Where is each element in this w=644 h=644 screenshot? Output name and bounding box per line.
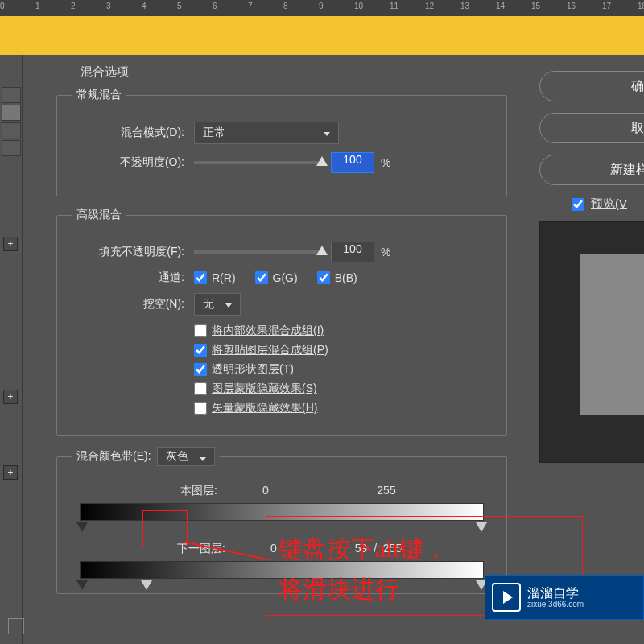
- percent-label: %: [381, 156, 390, 169]
- preview-swatch: [539, 221, 644, 463]
- annotation-text-2: 将滑块进行: [279, 573, 399, 606]
- ruler-tick: 7: [248, 2, 253, 10]
- ruler-tick: 15: [531, 2, 540, 10]
- logo-title: 溜溜自学: [527, 586, 579, 600]
- ruler: 0123456789101112131415161718: [0, 0, 644, 16]
- ruler-tick: 13: [460, 2, 469, 10]
- percent-label: %: [381, 246, 390, 258]
- style-item[interactable]: [2, 87, 21, 103]
- add-style-button[interactable]: +: [3, 390, 18, 404]
- ruler-tick: 9: [319, 2, 324, 10]
- blend-if-group: 混合颜色带(E): 灰色 本图层: 0 255 下一图层: 0 59 / 255: [56, 447, 507, 594]
- ruler-tick: 11: [390, 2, 398, 10]
- logo-subtitle: zixue.3d66.com: [527, 600, 584, 609]
- opt-transparency-shapes[interactable]: 透明形状图层(T): [194, 362, 492, 377]
- styles-list-stub: + + +: [0, 55, 23, 644]
- ruler-tick: 6: [213, 2, 217, 10]
- ruler-tick: 16: [567, 2, 576, 10]
- ruler-tick: 3: [106, 2, 111, 10]
- gradient-stop-left[interactable]: [76, 522, 88, 532]
- ruler-tick: 18: [638, 2, 644, 10]
- ruler-tick: 4: [142, 2, 147, 10]
- ruler-tick: 14: [496, 2, 505, 10]
- trash-icon[interactable]: [8, 618, 24, 634]
- gradient-stop-left[interactable]: [76, 580, 88, 590]
- style-item-selected[interactable]: [2, 105, 21, 121]
- opt-layer-mask-hides[interactable]: 图层蒙版隐藏效果(S): [194, 382, 492, 396]
- general-blending-group: 常规混合 混合模式(D): 正常 不透明度(O): 100 %: [56, 88, 507, 196]
- preview-checkbox[interactable]: 预览(V: [572, 196, 644, 212]
- cancel-button[interactable]: 取消: [539, 113, 644, 143]
- channel-b-checkbox[interactable]: B(B): [317, 271, 357, 284]
- add-style-button[interactable]: +: [3, 237, 18, 251]
- slider-thumb-icon[interactable]: [316, 246, 328, 255]
- advanced-options-list: 将内部效果混合成组(I) 将剪贴图层混合成组(P) 透明形状图层(T) 图层蒙版…: [194, 324, 492, 415]
- this-layer-gradient[interactable]: [80, 503, 484, 521]
- opacity-label: 不透明度(O):: [72, 155, 184, 170]
- ruler-tick: 2: [71, 2, 76, 10]
- blend-if-channel-dropdown[interactable]: 灰色: [157, 447, 215, 466]
- advanced-blending-group: 高级混合 填充不透明度(F): 100 % 通道: R(R) G(G) B(B)…: [56, 208, 507, 436]
- blend-mode-dropdown[interactable]: 正常: [194, 122, 339, 144]
- opt-blend-clipped[interactable]: 将剪贴图层混合成组(P): [194, 343, 492, 357]
- channel-r-checkbox[interactable]: R(R): [194, 271, 236, 284]
- advanced-blending-legend: 高级混合: [72, 208, 126, 222]
- channels-label: 通道:: [72, 270, 184, 285]
- general-blending-legend: 常规混合: [72, 88, 126, 102]
- ruler-tick: 10: [354, 2, 363, 10]
- ruler-tick: 5: [177, 2, 182, 10]
- knockout-label: 挖空(N):: [72, 297, 184, 312]
- dialog-buttons: 确定 取消 新建样式(W 预览(V: [539, 71, 644, 463]
- title-bar: [0, 16, 644, 55]
- play-icon: [492, 583, 521, 612]
- knockout-dropdown[interactable]: 无: [194, 293, 241, 316]
- fill-opacity-label: 填充不透明度(F):: [72, 245, 184, 259]
- ruler-tick: 0: [0, 2, 5, 10]
- this-layer-high: 255: [362, 484, 411, 498]
- style-item[interactable]: [2, 122, 21, 138]
- ruler-tick: 17: [602, 2, 611, 10]
- blend-if-legend: 混合颜色带(E): 灰色: [72, 447, 220, 466]
- slider-thumb-icon[interactable]: [316, 156, 328, 166]
- ok-button[interactable]: 确定: [539, 71, 644, 101]
- this-layer-label: 本图层:: [153, 484, 217, 498]
- new-style-button[interactable]: 新建样式(W: [539, 155, 644, 185]
- fill-opacity-slider[interactable]: [194, 250, 323, 254]
- ruler-tick: 1: [35, 2, 40, 10]
- this-layer-low: 0: [242, 484, 290, 498]
- annotation-text-1: 键盘按下alt键，: [279, 533, 448, 566]
- fill-opacity-input[interactable]: 100: [331, 242, 374, 262]
- watermark-logo: 溜溜自学zixue.3d66.com: [485, 575, 644, 620]
- opacity-input[interactable]: 100: [331, 152, 374, 173]
- style-item[interactable]: [2, 140, 21, 156]
- opt-blend-interior[interactable]: 将内部效果混合成组(I): [194, 324, 492, 338]
- opacity-slider[interactable]: [194, 161, 323, 164]
- gradient-stop-split[interactable]: [141, 580, 152, 590]
- add-style-button[interactable]: +: [3, 465, 18, 480]
- panel-title: 混合选项: [80, 64, 507, 80]
- channel-g-checkbox[interactable]: G(G): [255, 271, 298, 284]
- ruler-tick: 8: [283, 2, 288, 10]
- gradient-stop-right[interactable]: [476, 522, 487, 532]
- ruler-tick: 12: [425, 2, 434, 10]
- opt-vector-mask-hides[interactable]: 矢量蒙版隐藏效果(H): [194, 401, 492, 415]
- blend-mode-label: 混合模式(D):: [72, 126, 184, 140]
